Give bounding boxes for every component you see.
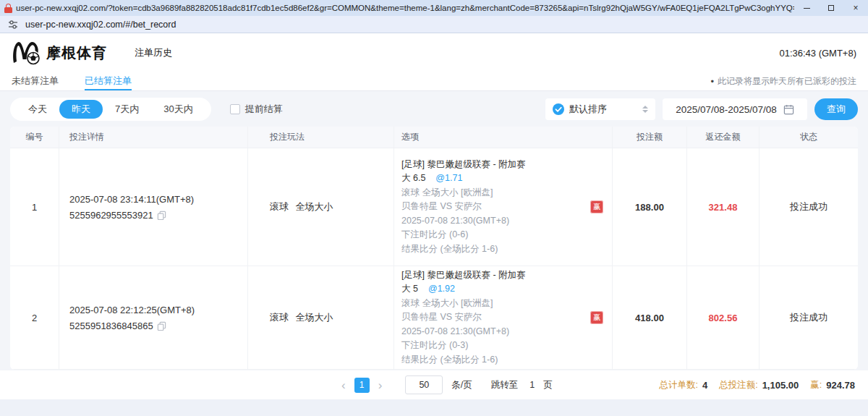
sort-select-value: 默认排序	[569, 103, 607, 116]
col-header-return: 返还金额	[687, 127, 760, 148]
option-market: 滚球 全场大小 [欧洲盘]	[401, 186, 605, 200]
jump-page-input[interactable]: 1	[529, 380, 535, 390]
row-number: 2	[10, 313, 59, 323]
date-range-value: 2025/07/08-2025/07/08	[676, 104, 777, 115]
tab-settled[interactable]: 已结算注单	[85, 72, 132, 90]
early-settle-checkbox-group[interactable]: 提前结算	[230, 103, 283, 116]
option-league: [足球] 黎巴嫩超级联赛 - 附加赛	[401, 158, 605, 172]
page-title: 注单历史	[135, 46, 172, 59]
minimize-icon	[804, 8, 810, 9]
close-button[interactable]: ×	[843, 0, 868, 16]
address-url[interactable]: user-pc-new.xxqj02.com/#/bet_record	[25, 20, 176, 30]
col-header-play: 投注玩法	[248, 127, 394, 148]
option-market: 滚球 全场大小 [欧洲盘]	[401, 297, 605, 311]
copy-icon[interactable]	[157, 321, 166, 331]
lock-icon	[4, 4, 12, 13]
bet-play-type: 滚球 全场大小	[270, 200, 393, 213]
total-win-label: 赢:	[810, 379, 822, 391]
table-footer: ‹ 1 › 50 条/页 跳转至 1 页 总计单数: 4 总投注额: 1,105…	[0, 370, 868, 399]
bet-play-type: 滚球 全场大小	[270, 311, 393, 324]
page-number-button[interactable]: 1	[354, 378, 370, 393]
bet-time: 2025-07-08 22:12:25(GMT+8)	[69, 305, 247, 315]
win-badge: 赢	[590, 311, 603, 324]
site-settings-icon[interactable]	[7, 19, 19, 30]
option-match-time: 2025-07-08 21:30(GMT+8)	[401, 214, 605, 229]
window-title: user-pc-new.xxqj02.com/?token=cdb3a9689f…	[16, 4, 794, 12]
tab-unsettled[interactable]: 未结算注单	[12, 72, 59, 90]
option-pick: 大 6.5	[401, 173, 425, 183]
row-number: 1	[10, 202, 59, 213]
total-win-value: 924.78	[826, 380, 855, 391]
table-row: 2 2025-07-08 22:12:25(GMT+8) 52559518368…	[10, 266, 858, 370]
return-amount: 802.56	[687, 313, 759, 323]
copy-icon[interactable]	[157, 211, 166, 220]
bet-table: 编号 投注详情 投注玩法 选项 投注额 返还金额 状态 1 2025-07-08…	[10, 127, 858, 370]
bet-id: 5255962955553921	[69, 210, 153, 221]
brand-logo-icon	[12, 41, 41, 65]
col-header-stake: 投注额	[613, 127, 687, 148]
browser-urlbar: user-pc-new.xxqj02.com/#/bet_record	[0, 16, 868, 33]
date-range-input[interactable]: 2025/07/08-2025/07/08	[663, 98, 807, 120]
page-size-input[interactable]: 50	[405, 375, 443, 394]
status-text: 投注成功	[760, 200, 858, 213]
bet-id: 5255951836845865	[69, 321, 153, 331]
option-odds: @1.71	[435, 173, 462, 183]
filter-bar: 今天 昨天 7天内 30天内 提前结算 默认排序 2025/07/08-2025…	[10, 98, 858, 121]
early-settle-label: 提前结算	[245, 103, 283, 116]
brand-name: 摩根体育	[46, 43, 107, 63]
date-range-pills: 今天 昨天 7天内 30天内	[10, 98, 211, 121]
col-header-no: 编号	[10, 127, 59, 148]
option-odds: @1.92	[428, 284, 455, 294]
col-header-detail: 投注详情	[59, 127, 248, 148]
range-30days-button[interactable]: 30天内	[151, 100, 205, 119]
screen: user-pc-new.xxqj02.com/?token=cdb3a9689f…	[0, 0, 868, 416]
option-pick: 大 5	[401, 284, 418, 294]
tab-bar: 未结算注单 已结算注单 • 此记录将显示昨天所有已派彩的投注	[0, 72, 868, 91]
option-bet-score: 下注时比分 (0-3)	[401, 339, 605, 353]
jump-to-label: 跳转至	[491, 379, 519, 391]
range-yesterday-button[interactable]: 昨天	[59, 100, 103, 119]
table-row: 1 2025-07-08 23:14:11(GMT+8) 52559629555…	[10, 148, 858, 266]
minimize-button[interactable]	[794, 0, 819, 16]
col-header-status: 状态	[760, 127, 858, 148]
range-today-button[interactable]: 今天	[16, 100, 59, 119]
record-notice: • 此记录将显示昨天所有已派彩的投注	[710, 72, 856, 90]
win-badge: 赢	[590, 200, 603, 213]
app-header: 摩根体育 注单历史 01:36:43 (GMT+8)	[0, 33, 868, 72]
stake-amount: 188.00	[613, 202, 686, 213]
prev-page-button[interactable]: ‹	[337, 379, 350, 391]
bet-time: 2025-07-08 23:14:11(GMT+8)	[69, 194, 247, 205]
total-stake-label: 总投注额:	[719, 379, 757, 391]
total-count-label: 总计单数:	[659, 379, 697, 391]
option-match-time: 2025-07-08 21:30(GMT+8)	[401, 325, 605, 339]
option-result-score: 结果比分 (全场比分 1-6)	[401, 242, 605, 257]
per-page-label: 条/页	[451, 379, 472, 391]
total-count-value: 4	[702, 380, 707, 391]
option-bet-score: 下注时比分 (0-6)	[401, 228, 605, 242]
clock: 01:36:43 (GMT+8)	[779, 48, 856, 59]
check-circle-icon	[553, 103, 564, 115]
option-teams: 贝鲁特星 VS 安萨尔	[401, 200, 605, 214]
option-teams: 贝鲁特星 VS 安萨尔	[401, 310, 605, 325]
search-button[interactable]: 查询	[814, 98, 858, 120]
browser-titlebar: user-pc-new.xxqj02.com/?token=cdb3a9689f…	[0, 0, 868, 16]
status-text: 投注成功	[760, 311, 858, 324]
record-notice-text: 此记录将显示昨天所有已派彩的投注	[718, 75, 856, 88]
return-amount: 321.48	[687, 202, 759, 213]
close-icon: ×	[853, 4, 858, 12]
maximize-button[interactable]	[819, 0, 843, 16]
early-settle-checkbox[interactable]	[230, 104, 240, 114]
option-league: [足球] 黎巴嫩超级联赛 - 附加赛	[401, 268, 605, 283]
page-background	[0, 399, 868, 416]
stake-amount: 418.00	[613, 313, 686, 323]
col-header-option: 选项	[394, 127, 613, 148]
next-page-button[interactable]: ›	[374, 379, 387, 391]
bullet-icon: •	[710, 76, 714, 87]
summary-bar: 总计单数: 4 总投注额: 1,105.00 赢: 924.78	[659, 379, 855, 391]
sort-select[interactable]: 默认排序	[545, 98, 655, 120]
range-7days-button[interactable]: 7天内	[103, 100, 151, 119]
sort-carets-icon	[642, 106, 648, 113]
option-result-score: 结果比分 (全场比分 1-6)	[401, 353, 605, 368]
maximize-icon	[828, 5, 834, 11]
table-header-row: 编号 投注详情 投注玩法 选项 投注额 返还金额 状态	[10, 127, 858, 148]
